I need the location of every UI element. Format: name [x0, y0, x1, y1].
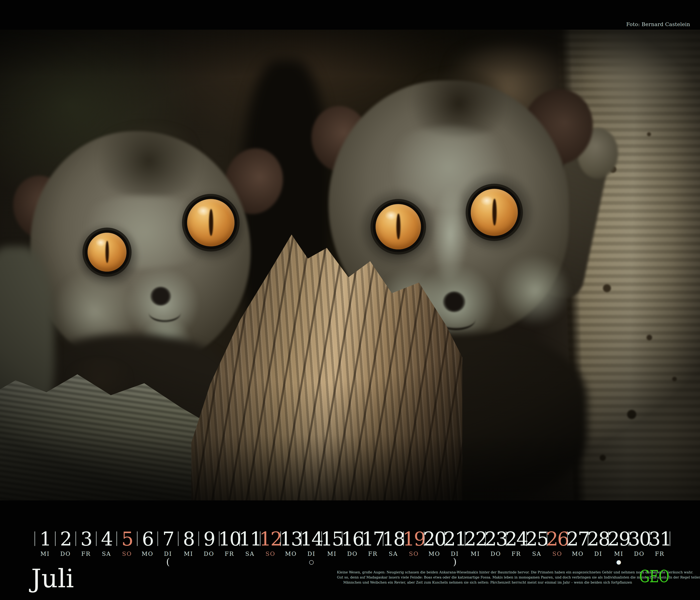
day-number: 12: [259, 530, 281, 548]
day-number: 28: [587, 530, 609, 548]
calendar-day-cell: 6MO: [138, 530, 157, 557]
day-number: 5: [121, 530, 132, 548]
day-number: 18: [382, 530, 404, 548]
calendar-page: Foto: Bernard Castelein: [0, 0, 700, 600]
photo-credit: Foto: Bernard Castelein: [626, 21, 690, 27]
day-number: 2: [60, 530, 71, 548]
day-number: 4: [101, 530, 112, 548]
weekday-label: DI: [307, 550, 316, 557]
weekday-label: MI: [471, 550, 480, 557]
day-number: 16: [341, 530, 364, 548]
new-moon-icon: ○: [309, 558, 314, 567]
calendar-day-cell: 2DO: [55, 530, 76, 557]
day-number: 27: [567, 530, 589, 548]
weekday-label: SA: [102, 550, 111, 557]
calendar-day-cell: 26SO: [547, 530, 567, 557]
caption-line: Gut so, denn auf Madagaskar lauern viele…: [337, 575, 639, 580]
day-number: 21: [444, 530, 466, 548]
day-number: 3: [80, 530, 92, 548]
day-number: 1: [40, 530, 51, 548]
day-number: 20: [423, 530, 445, 548]
weekday-label: SA: [532, 550, 542, 557]
calendar-day-cell: 8MI: [178, 530, 198, 557]
last-quarter-moon-icon: (: [166, 558, 170, 567]
geo-logo: GEO: [639, 568, 669, 585]
calendar-day-cell: 14DI○: [301, 530, 321, 567]
calendar-day-cell: 15MI: [322, 530, 342, 557]
calendar-day-cell: 31FR: [650, 530, 670, 557]
calendar-day-cell: 30DO: [629, 530, 649, 557]
lemur-photo: [0, 30, 700, 500]
weekday-label: MI: [184, 550, 193, 557]
day-number: 9: [203, 530, 215, 548]
calendar-day-cell: 22MI: [465, 530, 485, 557]
weekday-label: SO: [266, 550, 275, 557]
calendar-day-cell: 25SA: [527, 530, 547, 557]
day-number: 24: [505, 530, 527, 548]
weekday-label: MO: [428, 550, 440, 557]
calendar-strip: 1MI2DO3FR4SA5SO6MO7DI(8MI9DO10FR11SA12SO…: [34, 530, 670, 567]
weekday-label: SA: [245, 550, 255, 557]
calendar-day-cell: 23DO: [486, 530, 506, 557]
calendar-day-cell: 18SA: [383, 530, 403, 557]
weekday-label: FR: [368, 550, 378, 557]
calendar-day-cell: 5SO: [117, 530, 137, 557]
calendar-day-cell: 9DO: [199, 530, 219, 557]
weekday-label: DI: [164, 550, 172, 557]
weekday-label: DO: [491, 550, 501, 557]
day-number: 26: [546, 530, 568, 548]
caption-text: Kleine Wesen, große Augen: Neugierig sch…: [337, 570, 639, 585]
weekday-label: SO: [122, 550, 132, 557]
calendar-day-cell: 4SA: [97, 530, 117, 557]
calendar-day-cell: 29MI●: [609, 530, 629, 567]
calendar-day-cell: 12SO: [260, 530, 280, 557]
weekday-label: FR: [81, 550, 91, 557]
calendar-day-cell: 3FR: [76, 530, 96, 557]
month-title: Juli: [31, 565, 74, 592]
calendar-day-cell: 1MI: [35, 530, 55, 557]
day-number: 10: [218, 530, 241, 548]
day-number: 7: [162, 530, 174, 548]
calendar-day-cell: 10FR: [220, 530, 240, 557]
day-number: 6: [142, 530, 153, 548]
weekday-label: FR: [511, 550, 521, 557]
weekday-label: MI: [327, 550, 336, 557]
weekday-label: MI: [40, 550, 50, 557]
photo-vignette: [0, 30, 700, 500]
weekday-label: DO: [634, 550, 645, 557]
calendar-day-cell: 20MO: [424, 530, 444, 557]
day-number: 8: [183, 530, 194, 548]
day-number: 13: [280, 530, 302, 548]
full-moon-icon: ●: [616, 558, 621, 567]
weekday-label: DI: [451, 550, 459, 557]
calendar-day-cell: 11SA: [240, 530, 260, 557]
calendar-day-cell: 28DI: [588, 530, 608, 557]
weekday-label: DO: [60, 550, 71, 557]
weekday-label: MO: [572, 550, 584, 557]
day-number: 14: [300, 530, 322, 548]
day-number: 15: [321, 530, 343, 548]
calendar-day-cell: 16DO: [342, 530, 362, 557]
day-number: 31: [649, 530, 671, 548]
weekday-label: DO: [204, 550, 214, 557]
weekday-label: SO: [409, 550, 419, 557]
day-number: 11: [239, 530, 261, 548]
weekday-label: MO: [142, 550, 153, 557]
caption-line: Kleine Wesen, große Augen: Neugierig sch…: [337, 570, 639, 575]
weekday-label: FR: [225, 550, 234, 557]
calendar-day-cell: 7DI(: [158, 530, 178, 567]
calendar-day-cell: 21DI): [445, 530, 465, 567]
day-number: 25: [526, 530, 548, 548]
weekday-label: FR: [655, 550, 665, 557]
calendar-day-cell: 24FR: [506, 530, 526, 557]
day-number: 29: [607, 530, 630, 548]
weekday-label: DI: [594, 550, 602, 557]
day-number: 30: [628, 530, 650, 548]
first-quarter-moon-icon: ): [453, 558, 456, 567]
weekday-label: SA: [389, 550, 398, 557]
day-separator: [670, 531, 670, 546]
calendar-day-cell: 27MO: [568, 530, 588, 557]
weekday-label: MO: [285, 550, 297, 557]
calendar-day-cell: 19SO: [404, 530, 424, 557]
caption-line: Männchen und Weibchen ein Revier, aber Z…: [337, 580, 639, 585]
